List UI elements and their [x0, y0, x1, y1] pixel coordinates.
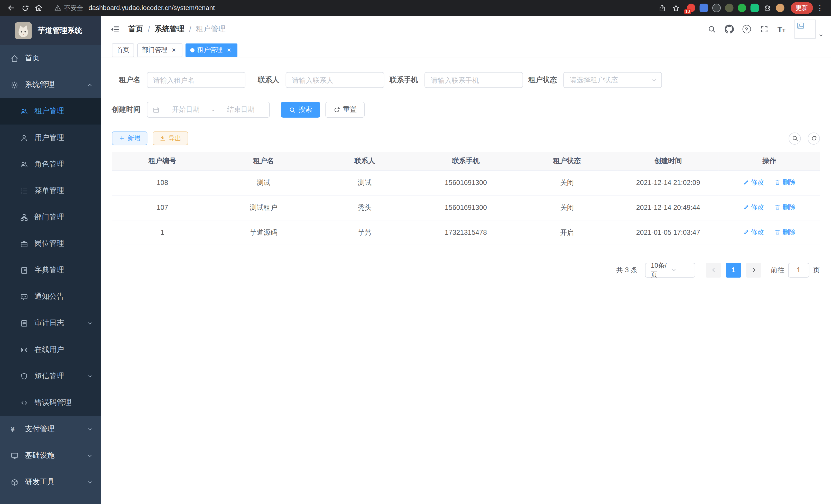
- export-button[interactable]: 导出: [153, 131, 188, 145]
- sidebar-item-user[interactable]: 用户管理: [0, 125, 101, 151]
- create-time-range-picker[interactable]: 开始日期 - 结束日期: [147, 102, 270, 118]
- delete-link[interactable]: 删除: [774, 178, 796, 187]
- sidebar-item-dept[interactable]: 部门管理: [0, 204, 101, 230]
- sidebar-item-post[interactable]: 岗位管理: [0, 230, 101, 257]
- extension-icon[interactable]: [738, 4, 746, 12]
- page-size-select[interactable]: 10条/页: [645, 263, 695, 277]
- close-icon[interactable]: ×: [225, 46, 233, 54]
- goto-label: 前往: [771, 265, 784, 275]
- yen-icon: ¥: [10, 425, 19, 433]
- search-button[interactable]: 搜索: [281, 102, 320, 118]
- extension-icon[interactable]: [712, 4, 721, 12]
- sidebar-item-label: 首页: [25, 53, 40, 63]
- toggle-search-button[interactable]: [789, 132, 801, 144]
- breadcrumb-item-system[interactable]: 系统管理: [155, 24, 184, 34]
- prev-page-button[interactable]: [706, 263, 721, 277]
- sidebar-item-label: 租户管理: [34, 107, 64, 116]
- fullscreen-button[interactable]: [755, 20, 773, 38]
- github-button[interactable]: [720, 20, 738, 38]
- tab-tenant[interactable]: 租户管理 ×: [185, 43, 237, 57]
- delete-link[interactable]: 删除: [774, 203, 796, 212]
- bookmark-star-button[interactable]: [669, 1, 683, 15]
- breadcrumb-item-current: 租户管理: [196, 24, 226, 34]
- sidebar-item-home[interactable]: 首页: [0, 45, 101, 71]
- tenants-icon: [20, 108, 28, 115]
- tab-dept[interactable]: 部门管理 ×: [137, 43, 182, 57]
- cell-contact: 测试: [314, 170, 415, 195]
- next-page-button[interactable]: [746, 263, 761, 277]
- browser-chrome: 不安全 dashboard.yudao.iocoder.cn/system/te…: [0, 0, 831, 16]
- box-icon: [10, 478, 19, 486]
- chevron-down-icon: [651, 77, 657, 83]
- phone-input[interactable]: [425, 72, 523, 88]
- extension-icon[interactable]: [725, 4, 734, 12]
- browser-home-button[interactable]: [32, 1, 46, 15]
- table-toolbar: 新增 导出: [112, 131, 820, 145]
- profile-avatar-icon[interactable]: [776, 4, 784, 12]
- column-header: 联系人: [314, 152, 415, 170]
- add-button[interactable]: 新增: [112, 131, 147, 145]
- delete-link[interactable]: 删除: [774, 228, 796, 237]
- warning-icon: [54, 4, 61, 12]
- cell-phone: 15601691300: [415, 170, 516, 195]
- sidebar-item-menu[interactable]: 菜单管理: [0, 178, 101, 204]
- help-button[interactable]: ?: [738, 20, 755, 38]
- close-icon[interactable]: ×: [170, 46, 177, 54]
- site-security-indicator[interactable]: 不安全: [54, 3, 83, 12]
- tenant-name-input[interactable]: [147, 72, 246, 88]
- sidebar-item-audit-log[interactable]: 审计日志: [0, 310, 101, 336]
- sidebar-item-notice[interactable]: 通知公告: [0, 283, 101, 310]
- sidebar-item-label: 通知公告: [34, 292, 64, 301]
- cell-tenant-id: 107: [112, 195, 213, 220]
- sidebar-item-role[interactable]: 角色管理: [0, 151, 101, 178]
- extensions-puzzle-icon[interactable]: [763, 4, 772, 12]
- sidebar-item-tenant[interactable]: 租户管理: [0, 98, 101, 125]
- tab-label: 部门管理: [142, 46, 168, 55]
- browser-back-button[interactable]: [4, 1, 18, 15]
- tab-home[interactable]: 首页: [112, 43, 134, 57]
- sidebar-item-devtools[interactable]: 研发工具: [0, 469, 101, 495]
- chevron-down-icon: [87, 426, 93, 432]
- goto-page-input[interactable]: [788, 263, 809, 277]
- question-icon: ?: [742, 25, 751, 33]
- breadcrumb-item-home[interactable]: 首页: [128, 24, 143, 34]
- sidebar-item-infra[interactable]: 基础设施: [0, 442, 101, 469]
- sidebar-item-error-code[interactable]: 错误码管理: [0, 389, 101, 416]
- table-row: 1 芋道源码 芋艿 17321315478 开启 2021-01-05 17:0…: [112, 220, 820, 245]
- cell-phone: 17321315478: [415, 220, 516, 245]
- sidebar-item-label: 字典管理: [34, 265, 64, 275]
- sidebar-item-payment[interactable]: ¥ 支付管理: [0, 416, 101, 442]
- share-button[interactable]: [655, 1, 669, 15]
- extension-icon[interactable]: 10: [687, 4, 695, 12]
- chrome-menu-button[interactable]: ⋮: [813, 1, 827, 15]
- browser-reload-button[interactable]: [18, 1, 32, 15]
- sidebar-item-sms[interactable]: 短信管理: [0, 363, 101, 389]
- sidebar-item-online-user[interactable]: 在线用户: [0, 336, 101, 363]
- user-avatar[interactable]: [795, 20, 824, 38]
- page-number-button[interactable]: 1: [726, 263, 741, 277]
- logo[interactable]: 芋道管理系统: [0, 16, 101, 45]
- header-search-button[interactable]: [703, 20, 720, 38]
- font-size-button[interactable]: TT: [773, 20, 790, 38]
- edit-link[interactable]: 修改: [743, 178, 764, 187]
- address-bar[interactable]: dashboard.yudao.iocoder.cn/system/tenant: [88, 4, 215, 12]
- tenant-status-select[interactable]: 请选择租户状态: [563, 72, 662, 88]
- chevron-down-icon: [87, 479, 93, 485]
- edit-link[interactable]: 修改: [743, 203, 764, 212]
- contact-input[interactable]: [286, 72, 384, 88]
- column-header: 操作: [719, 152, 820, 170]
- edit-link[interactable]: 修改: [743, 228, 764, 237]
- table-header-row: 租户编号 租户名 联系人 联系手机 租户状态 创建时间 操作: [112, 152, 820, 170]
- refresh-table-button[interactable]: [808, 132, 820, 144]
- sidebar-toggle-button[interactable]: [110, 24, 123, 34]
- message-icon: [20, 293, 28, 301]
- extension-icon[interactable]: [700, 4, 708, 12]
- tab-label: 租户管理: [197, 46, 223, 55]
- kebab-icon: ⋮: [816, 4, 824, 12]
- reset-button[interactable]: 重置: [325, 102, 365, 118]
- sidebar-item-system[interactable]: 系统管理: [0, 71, 101, 98]
- chrome-update-button[interactable]: 更新: [791, 2, 813, 13]
- sidebar-item-dict[interactable]: 字典管理: [0, 257, 101, 283]
- extension-icon[interactable]: [751, 4, 759, 12]
- home-icon: [10, 54, 19, 62]
